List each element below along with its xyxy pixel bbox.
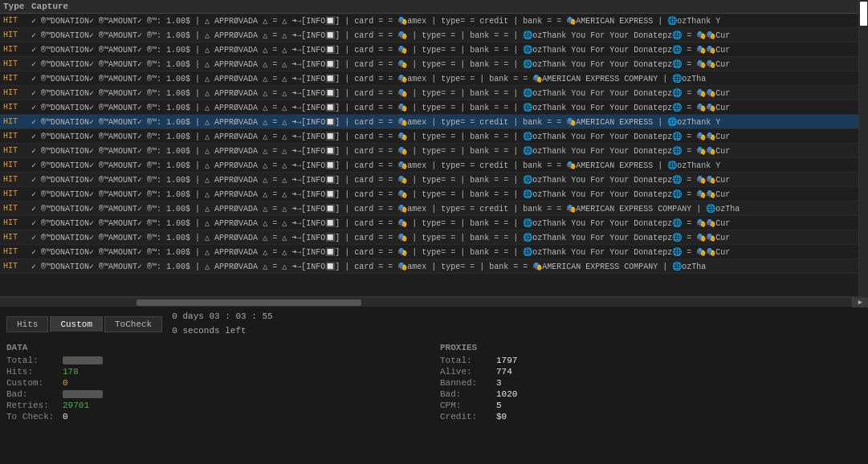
row-capture: ✓ ®™DONATION✓ ®™AMOUNT✓ ®™: 1.00$ | △ AP… (31, 74, 865, 83)
scroll-right-button[interactable]: ▶ (852, 298, 868, 307)
row-type: HIT (3, 189, 31, 198)
table-row[interactable]: HIT✓ ®™DONATION✓ ®™AMOUNT✓ ®™: 1.00$ | △… (0, 100, 868, 115)
row-type: HIT (3, 262, 31, 271)
horizontal-scrollbar[interactable]: ▶ (0, 297, 868, 307)
tocheck-row: To Check: 0 (6, 412, 440, 421)
stats-area: DATA Total: Hits: 178 Custom: 0 Bad: (6, 343, 862, 423)
row-type: HIT (3, 175, 31, 184)
table-row[interactable]: HIT✓ ®™DONATION✓ ®™AMOUNT✓ ®™: 1.00$ | △… (0, 173, 868, 187)
row-type: HIT (3, 146, 31, 155)
row-capture: ✓ ®™DONATION✓ ®™AMOUNT✓ ®™: 1.00$ | △ AP… (31, 88, 865, 98)
row-capture: ✓ ®™DONATION✓ ®™AMOUNT✓ ®™: 1.00$ | △ AP… (31, 175, 865, 185)
table-row[interactable]: HIT✓ ®™DONATION✓ ®™AMOUNT✓ ®™: 1.00$ | △… (0, 187, 868, 201)
row-type: HIT (3, 117, 31, 126)
table-row[interactable]: HIT✓ ®™DONATION✓ ®™AMOUNT✓ ®™: 1.00$ | △… (0, 86, 868, 100)
proxy-banned-label: Banned: (440, 378, 496, 388)
proxy-alive-row: Alive: 774 (440, 367, 862, 376)
proxy-banned-value: 3 (496, 378, 502, 388)
proxy-bad-row: Bad: 1020 (440, 389, 862, 399)
row-capture: ✓ ®™DONATION✓ ®™AMOUNT✓ ®™: 1.00$ | △ AP… (31, 218, 865, 228)
row-capture: ✓ ®™DONATION✓ ®™AMOUNT✓ ®™: 1.00$ | △ AP… (31, 103, 865, 112)
horizontal-scrollbar-thumb[interactable] (137, 299, 361, 306)
table-row[interactable]: HIT✓ ®™DONATION✓ ®™AMOUNT✓ ®™: 1.00$ | △… (0, 115, 868, 129)
hits-label: Hits: (6, 367, 63, 376)
proxy-cpm-value: 5 (496, 401, 502, 410)
row-capture: ✓ ®™DONATION✓ ®™AMOUNT✓ ®™: 1.00$ | △ AP… (31, 161, 865, 170)
row-type: HIT (3, 31, 31, 39)
total-label: Total: (6, 356, 63, 365)
proxies-section-title: PROXIES (440, 343, 862, 352)
hits-value: 178 (63, 367, 79, 376)
proxy-cpm-label: CPM: (440, 401, 496, 410)
tab-hits[interactable]: Hits (6, 316, 48, 332)
tabs-row: Hits Custom ToCheck 0 days 03 : 03 : 55 … (6, 310, 862, 338)
table-row[interactable]: HIT✓ ®™DONATION✓ ®™AMOUNT✓ ®™: 1.00$ | △… (0, 14, 868, 28)
proxy-total-label: Total: (440, 356, 496, 365)
table-row[interactable]: HIT✓ ®™DONATION✓ ®™AMOUNT✓ ®™: 1.00$ | △… (0, 28, 868, 43)
table-row[interactable]: HIT✓ ®™DONATION✓ ®™AMOUNT✓ ®™: 1.00$ | △… (0, 144, 868, 158)
proxies-section: PROXIES Total: 1797 Alive: 774 Banned: 3… (440, 343, 862, 423)
proxy-total-value: 1797 (496, 356, 517, 365)
row-capture: ✓ ®™DONATION✓ ®™AMOUNT✓ ®™: 1.00$ | △ AP… (31, 189, 865, 199)
row-type: HIT (3, 59, 31, 68)
proxy-credit-value: $0 (496, 412, 507, 421)
column-type-header: Type (3, 2, 31, 11)
row-type: HIT (3, 88, 31, 97)
proxy-bad-value: 1020 (496, 389, 517, 399)
row-capture: ✓ ®™DONATION✓ ®™AMOUNT✓ ®™: 1.00$ | △ AP… (31, 262, 865, 271)
custom-label: Custom: (6, 378, 63, 388)
proxy-alive-label: Alive: (440, 367, 496, 376)
row-type: HIT (3, 132, 31, 140)
timer-display: 0 days 03 : 03 : 55 0 seconds left (172, 310, 272, 338)
retries-value: 29701 (63, 401, 89, 410)
proxy-cpm-row: CPM: 5 (440, 401, 862, 410)
bad-bar (63, 390, 103, 398)
table-row[interactable]: HIT✓ ®™DONATION✓ ®™AMOUNT✓ ®™: 1.00$ | △… (0, 230, 868, 245)
table-header: Type Capture (0, 0, 868, 14)
proxy-credit-row: Credit: $0 (440, 412, 862, 421)
vertical-scrollbar[interactable] (858, 0, 868, 297)
table-row[interactable]: HIT✓ ®™DONATION✓ ®™AMOUNT✓ ®™: 1.00$ | △… (0, 245, 868, 259)
table-rows[interactable]: HIT✓ ®™DONATION✓ ®™AMOUNT✓ ®™: 1.00$ | △… (0, 14, 868, 287)
table-row[interactable]: HIT✓ ®™DONATION✓ ®™AMOUNT✓ ®™: 1.00$ | △… (0, 57, 868, 71)
proxy-bad-label: Bad: (440, 389, 496, 399)
row-type: HIT (3, 45, 31, 54)
table-row[interactable]: HIT✓ ®™DONATION✓ ®™AMOUNT✓ ®™: 1.00$ | △… (0, 71, 868, 86)
bottom-panel: Hits Custom ToCheck 0 days 03 : 03 : 55 … (0, 307, 868, 464)
table-row[interactable]: HIT✓ ®™DONATION✓ ®™AMOUNT✓ ®™: 1.00$ | △… (0, 259, 868, 274)
timer-days: 0 days 03 : 03 : 55 (172, 310, 272, 324)
row-capture: ✓ ®™DONATION✓ ®™AMOUNT✓ ®™: 1.00$ | △ AP… (31, 31, 865, 40)
row-capture: ✓ ®™DONATION✓ ®™AMOUNT✓ ®™: 1.00$ | △ AP… (31, 45, 865, 55)
row-type: HIT (3, 233, 31, 242)
row-type: HIT (3, 103, 31, 112)
proxy-banned-row: Banned: 3 (440, 378, 862, 388)
total-row: Total: (6, 356, 440, 365)
table-row[interactable]: HIT✓ ®™DONATION✓ ®™AMOUNT✓ ®™: 1.00$ | △… (0, 201, 868, 216)
total-bar (63, 356, 103, 364)
row-capture: ✓ ®™DONATION✓ ®™AMOUNT✓ ®™: 1.00$ | △ AP… (31, 16, 865, 26)
row-capture: ✓ ®™DONATION✓ ®™AMOUNT✓ ®™: 1.00$ | △ AP… (31, 204, 865, 214)
tab-custom[interactable]: Custom (50, 316, 103, 332)
table-row[interactable]: HIT✓ ®™DONATION✓ ®™AMOUNT✓ ®™: 1.00$ | △… (0, 43, 868, 57)
row-capture: ✓ ®™DONATION✓ ®™AMOUNT✓ ®™: 1.00$ | △ AP… (31, 247, 865, 257)
row-capture: ✓ ®™DONATION✓ ®™AMOUNT✓ ®™: 1.00$ | △ AP… (31, 146, 865, 156)
column-capture-header: Capture (31, 2, 865, 11)
row-type: HIT (3, 161, 31, 169)
table-row[interactable]: HIT✓ ®™DONATION✓ ®™AMOUNT✓ ®™: 1.00$ | △… (0, 158, 868, 173)
row-capture: ✓ ®™DONATION✓ ®™AMOUNT✓ ®™: 1.00$ | △ AP… (31, 117, 865, 127)
table-row[interactable]: HIT✓ ®™DONATION✓ ®™AMOUNT✓ ®™: 1.00$ | △… (0, 216, 868, 230)
vertical-scrollbar-thumb[interactable] (860, 2, 867, 26)
retries-row: Retries: 29701 (6, 401, 440, 410)
custom-value: 0 (63, 378, 68, 388)
table-row[interactable]: HIT✓ ®™DONATION✓ ®™AMOUNT✓ ®™: 1.00$ | △… (0, 129, 868, 144)
proxy-total-row: Total: 1797 (440, 356, 862, 365)
tocheck-label: To Check: (6, 412, 63, 421)
proxy-credit-label: Credit: (440, 412, 496, 421)
tocheck-value: 0 (63, 412, 68, 421)
bad-label: Bad: (6, 389, 63, 399)
tab-tocheck[interactable]: ToCheck (104, 316, 162, 332)
row-type: HIT (3, 16, 31, 25)
row-type: HIT (3, 218, 31, 227)
row-capture: ✓ ®™DONATION✓ ®™AMOUNT✓ ®™: 1.00$ | △ AP… (31, 233, 865, 242)
row-type: HIT (3, 247, 31, 256)
